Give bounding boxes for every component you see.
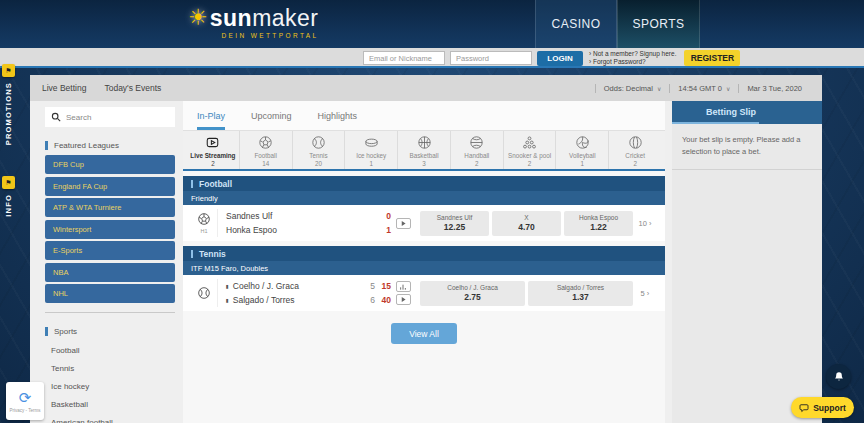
sidebar-item-ice-hockey[interactable]: Ice hockey xyxy=(45,377,175,395)
carousel-live-streaming[interactable]: Live Streaming2 xyxy=(187,131,240,169)
football-icon xyxy=(197,212,211,226)
section-header-tennis: Tennis xyxy=(183,246,665,261)
recaptcha-label: Privacy - Terms xyxy=(10,408,41,413)
away-team: Honka Espoo xyxy=(226,223,375,237)
info-flag-icon: ⚑ xyxy=(2,176,15,189)
promotions-side-tab[interactable]: ⚑ PROMOTIONS xyxy=(2,64,15,145)
signup-link[interactable]: › Not a member? Signup here. xyxy=(589,50,676,58)
sidebar-item-american-football[interactable]: American football xyxy=(45,413,175,423)
sport-carousel: Live Streaming2 Football14 Tennis20 Ice … xyxy=(183,131,665,171)
tab-sports[interactable]: SPORTS xyxy=(617,0,700,48)
match-row-tennis[interactable]: ▮ Coelho / J. Graca ▮ Salgado / Torres 5… xyxy=(183,275,665,311)
recaptcha-icon: ⟳ xyxy=(19,390,32,406)
search-placeholder: Search xyxy=(66,113,91,122)
forgot-password-link[interactable]: › Forgot Password? xyxy=(589,58,676,66)
bell-icon xyxy=(833,371,845,383)
email-field[interactable] xyxy=(363,51,445,65)
info-label: INFO xyxy=(4,194,13,217)
timezone-dropdown[interactable]: 14:54 GMT 0 ∨ xyxy=(669,84,738,93)
match-row-football[interactable]: H1 Sandnes Ulf Honka Espoo 0 1 Sandnes U… xyxy=(183,205,665,241)
football-icon xyxy=(258,135,273,150)
main-panel: In-Play Upcoming Highlights Live Streami… xyxy=(183,101,665,423)
carousel-handball[interactable]: Handball2 xyxy=(451,131,504,169)
logo[interactable]: ☀ sunmaker DEIN WETTPORTAL xyxy=(188,5,319,39)
sub-navigation: Live Betting Today's Events Odds: Decima… xyxy=(30,75,822,101)
carousel-snooker-pool[interactable]: Snooker & pool2 xyxy=(504,131,557,169)
home-team: ▮ Coelho / J. Graca xyxy=(226,279,363,293)
tennis-icon xyxy=(311,135,326,150)
live-streaming-icon xyxy=(205,135,220,150)
odds-format-dropdown[interactable]: Odds: Decimal ∨ xyxy=(595,84,670,93)
content-wrapper: Live Betting Today's Events Odds: Decima… xyxy=(30,75,822,423)
live-stream-button[interactable] xyxy=(396,294,411,305)
betting-slip-header[interactable]: Betting Slip xyxy=(672,101,822,124)
search-input[interactable]: Search xyxy=(45,107,175,127)
serve-indicator-icon: ▮ xyxy=(226,279,229,293)
sunburst-icon: ☀ xyxy=(188,5,208,31)
sidebar-item-nba[interactable]: NBA xyxy=(45,263,175,282)
register-button[interactable]: REGISTER xyxy=(684,50,740,66)
live-stream-button[interactable] xyxy=(396,218,411,229)
stats-button[interactable] xyxy=(396,281,411,292)
home-team: Sandnes Ulf xyxy=(226,209,375,223)
top-header: ☀ sunmaker DEIN WETTPORTAL CASINO SPORTS xyxy=(0,0,864,48)
promotions-label: PROMOTIONS xyxy=(4,82,13,145)
sidebar-item-england-fa-cup[interactable]: England FA Cup xyxy=(45,177,175,196)
carousel-football[interactable]: Football14 xyxy=(240,131,293,169)
carousel-volleyball[interactable]: Volleyball1 xyxy=(556,131,609,169)
sidebar-item-tennis[interactable]: Tennis xyxy=(45,359,175,377)
odds-home-button[interactable]: Sandnes Ulf 12.25 xyxy=(420,211,489,236)
match-time: H1 xyxy=(200,228,207,234)
carousel-tennis[interactable]: Tennis20 xyxy=(293,131,346,169)
basketball-icon xyxy=(417,135,432,150)
sidebar-item-football[interactable]: Football xyxy=(45,341,175,359)
tab-highlights[interactable]: Highlights xyxy=(318,101,358,130)
sports-title: Sports xyxy=(45,327,175,336)
event-tabs: In-Play Upcoming Highlights xyxy=(183,101,665,131)
tab-upcoming[interactable]: Upcoming xyxy=(251,101,292,130)
tab-casino[interactable]: CASINO xyxy=(535,0,617,48)
set-score-column: 5 6 xyxy=(363,279,375,307)
recaptcha-badge[interactable]: ⟳ Privacy - Terms xyxy=(6,382,44,420)
betting-slip-panel: Betting Slip Your bet slip is empty. Ple… xyxy=(672,101,822,423)
league-header-itf: ITF M15 Faro, Doubles xyxy=(183,261,665,275)
odds-away-button[interactable]: Salgado / Torres 1.37 xyxy=(528,281,633,306)
tab-in-play[interactable]: In-Play xyxy=(197,101,225,130)
volleyball-icon xyxy=(575,135,590,150)
odds-away-button[interactable]: Honka Espoo 1.22 xyxy=(564,211,633,236)
section-header-football: Football xyxy=(183,176,665,191)
featured-leagues-title: Featured Leagues xyxy=(45,141,175,150)
password-field[interactable] xyxy=(450,51,532,65)
notifications-button[interactable] xyxy=(826,364,851,389)
cricket-icon xyxy=(628,135,643,150)
ice-hockey-icon xyxy=(364,135,379,150)
login-bar: LOGIN › Not a member? Signup here. › For… xyxy=(0,48,864,68)
serve-indicator-icon: ▮ xyxy=(226,293,229,307)
odds-draw-button[interactable]: X 4.70 xyxy=(492,211,561,236)
chevron-down-icon: ∨ xyxy=(657,85,661,92)
sidebar-item-basketball[interactable]: Basketball xyxy=(45,395,175,413)
sidebar-item-dfb-cup[interactable]: DFB Cup xyxy=(45,155,175,174)
tennis-icon xyxy=(197,286,211,300)
odds-home-button[interactable]: Coelho / J. Graca 2.75 xyxy=(420,281,525,306)
handball-icon xyxy=(469,135,484,150)
support-button[interactable]: Support xyxy=(791,397,854,418)
league-header-friendly: Friendly xyxy=(183,191,665,205)
nav-live-betting[interactable]: Live Betting xyxy=(42,83,86,93)
sidebar-item-nhl[interactable]: NHL xyxy=(45,284,175,303)
more-markets-link[interactable]: 10 › xyxy=(633,219,657,228)
login-button[interactable]: LOGIN xyxy=(537,51,583,66)
sidebar-divider xyxy=(45,312,175,313)
view-all-button[interactable]: View All xyxy=(391,323,457,344)
sidebar-item-e-sports[interactable]: E-Sports xyxy=(45,241,175,260)
brand-tagline: DEIN WETTPORTAL xyxy=(210,32,319,39)
nav-todays-events[interactable]: Today's Events xyxy=(104,83,161,93)
more-markets-link[interactable]: 5 › xyxy=(633,289,657,298)
promotions-flag-icon: ⚑ xyxy=(2,64,15,77)
info-side-tab[interactable]: ⚑ INFO xyxy=(2,176,15,217)
carousel-basketball[interactable]: Basketball3 xyxy=(398,131,451,169)
carousel-cricket[interactable]: Cricket2 xyxy=(609,131,661,169)
sidebar-item-atp-wta-turniere[interactable]: ATP & WTA Turniere xyxy=(45,198,175,217)
carousel-ice-hockey[interactable]: Ice hockey1 xyxy=(345,131,398,169)
sidebar-item-wintersport[interactable]: Wintersport xyxy=(45,220,175,239)
